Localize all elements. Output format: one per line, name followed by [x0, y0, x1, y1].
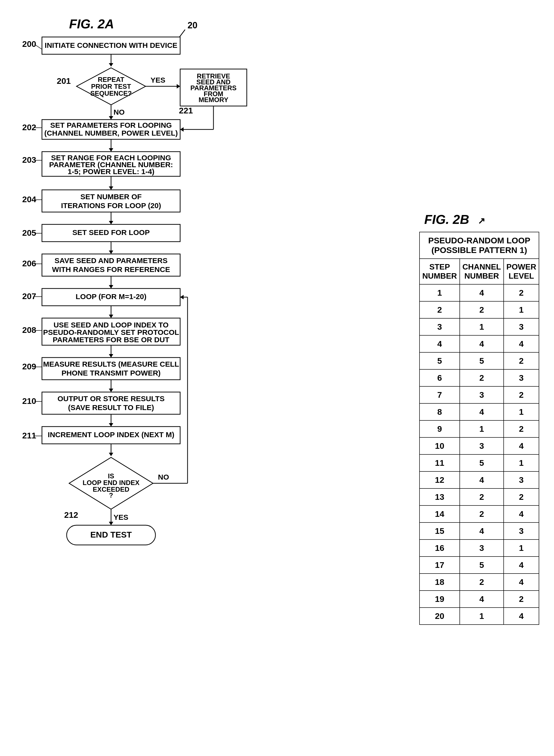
table-row: 912 — [420, 421, 539, 437]
svg-text:207: 207 — [22, 292, 36, 301]
svg-text:1-5; POWER LEVEL: 1-4): 1-5; POWER LEVEL: 1-4) — [68, 168, 155, 176]
fig2b-area: FIG. 2B ↗ PSEUDO-RANDOM LOOP(POSSIBLE PA… — [419, 106, 539, 625]
svg-text:SET SEED FOR LOOP: SET SEED FOR LOOP — [72, 228, 150, 237]
svg-text:USE SEED AND LOOP INDEX TO: USE SEED AND LOOP INDEX TO — [54, 321, 169, 329]
svg-text:SEQUENCE?: SEQUENCE? — [90, 90, 132, 97]
flowchart-svg: FIG. 2A 20 200 INITIATE CONNECTION WITH … — [15, 15, 286, 742]
table-row: 1543 — [420, 522, 539, 540]
table-row: 623 — [420, 369, 539, 386]
svg-text:204: 204 — [22, 195, 36, 204]
table-row: 1824 — [420, 573, 539, 590]
svg-text:211: 211 — [22, 431, 36, 440]
svg-text:FIG. 2A: FIG. 2A — [69, 17, 114, 31]
table-row: 1243 — [420, 471, 539, 489]
svg-text:?: ? — [109, 492, 113, 499]
svg-text:206: 206 — [22, 259, 36, 268]
svg-text:209: 209 — [22, 362, 36, 371]
svg-text:LOOP (FOR M=1-20): LOOP (FOR M=1-20) — [76, 293, 147, 301]
svg-text:ITERATIONS FOR LOOP (20): ITERATIONS FOR LOOP (20) — [61, 201, 161, 209]
table-row: 841 — [420, 403, 539, 421]
table-row: 732 — [420, 386, 539, 403]
svg-marker-57 — [109, 251, 113, 254]
svg-text:SET PARAMETERS FOR LOOPING: SET PARAMETERS FOR LOOPING — [50, 121, 172, 129]
svg-text:INITIATE CONNECTION WITH DEVIC: INITIATE CONNECTION WITH DEVICE — [45, 41, 177, 49]
svg-text:(SAVE RESULT TO FILE): (SAVE RESULT TO FILE) — [68, 403, 154, 412]
table-row: 1942 — [420, 590, 539, 608]
svg-marker-15 — [177, 84, 180, 88]
svg-text:PARAMETERS FOR BSE OR DUT: PARAMETERS FOR BSE OR DUT — [53, 335, 170, 344]
col-header-channel: CHANNELNUMBER — [460, 259, 504, 284]
svg-text:(CHANNEL NUMBER, POWER LEVEL): (CHANNEL NUMBER, POWER LEVEL) — [44, 129, 178, 137]
svg-text:201: 201 — [57, 76, 71, 85]
table-row: 1424 — [420, 505, 539, 522]
table-row: 1034 — [420, 437, 539, 454]
table-row: 552 — [420, 352, 539, 369]
svg-marker-64 — [109, 285, 113, 289]
svg-text:OUTPUT OR STORE RESULTS: OUTPUT OR STORE RESULTS — [57, 394, 165, 403]
svg-marker-70 — [109, 315, 113, 318]
table-main-header: PSEUDO-RANDOM LOOP(POSSIBLE PATTERN 1) — [420, 232, 539, 259]
svg-text:208: 208 — [22, 325, 36, 334]
svg-text:20: 20 — [187, 20, 198, 30]
svg-text:NO: NO — [158, 473, 169, 481]
table-row: 2014 — [420, 608, 539, 625]
svg-text:SAVE SEED AND PARAMETERS: SAVE SEED AND PARAMETERS — [55, 256, 168, 265]
table-row: 444 — [420, 335, 539, 352]
svg-text:221: 221 — [179, 106, 193, 115]
svg-text:PHONE TRANSMIT POWER): PHONE TRANSMIT POWER) — [61, 369, 161, 377]
svg-text:END TEST: END TEST — [90, 530, 132, 539]
table-row: 1754 — [420, 557, 539, 573]
svg-text:205: 205 — [22, 228, 36, 238]
svg-marker-25 — [109, 116, 113, 120]
svg-marker-92 — [109, 423, 113, 427]
svg-marker-78 — [109, 354, 113, 358]
fig2b-ref-arrow: ↗ — [478, 216, 485, 226]
svg-text:IS: IS — [108, 472, 114, 480]
svg-marker-8 — [109, 63, 113, 67]
svg-text:202: 202 — [22, 123, 36, 132]
svg-text:NO: NO — [113, 108, 125, 116]
table-row: 1631 — [420, 540, 539, 557]
page: FIG. 2A 20 200 INITIATE CONNECTION WITH … — [0, 0, 554, 756]
svg-text:SET NUMBER OF: SET NUMBER OF — [80, 193, 142, 201]
table-row: 142 — [420, 284, 539, 301]
svg-text:LOOP END INDEX: LOOP END INDEX — [83, 479, 140, 487]
svg-text:212: 212 — [64, 510, 78, 519]
table-row: 221 — [420, 301, 539, 318]
svg-marker-98 — [109, 453, 113, 456]
table-row: 313 — [420, 318, 539, 335]
col-header-step: STEPNUMBER — [420, 259, 459, 284]
svg-text:YES: YES — [151, 76, 165, 84]
svg-text:210: 210 — [22, 396, 36, 405]
svg-text:MEASURE RESULTS (MEASURE CELL: MEASURE RESULTS (MEASURE CELL — [43, 360, 179, 368]
svg-text:INCREMENT LOOP INDEX (NEXT M): INCREMENT LOOP INDEX (NEXT M) — [48, 431, 174, 439]
svg-text:MEMORY: MEMORY — [199, 96, 228, 104]
svg-text:REPEAT: REPEAT — [98, 76, 124, 83]
svg-text:203: 203 — [22, 155, 36, 165]
fig2b-title: FIG. 2B — [424, 212, 469, 227]
svg-text:YES: YES — [113, 513, 128, 521]
svg-marker-111 — [109, 522, 113, 525]
svg-marker-34 — [180, 127, 183, 132]
svg-text:200: 200 — [22, 39, 36, 49]
svg-marker-109 — [180, 295, 183, 299]
svg-marker-44 — [109, 186, 113, 190]
svg-text:PSEUDO-RANDOMLY SET PROTOCOL: PSEUDO-RANDOMLY SET PROTOCOL — [43, 328, 179, 336]
col-header-power: POWERLEVEL — [504, 259, 539, 284]
svg-marker-85 — [109, 389, 113, 392]
table-row: 1151 — [420, 454, 539, 471]
svg-marker-36 — [109, 148, 113, 152]
table-row: 1322 — [420, 489, 539, 505]
data-table: PSEUDO-RANDOM LOOP(POSSIBLE PATTERN 1) S… — [419, 232, 539, 625]
svg-text:PRIOR TEST: PRIOR TEST — [91, 83, 131, 90]
svg-text:WITH RANGES FOR REFERENCE: WITH RANGES FOR REFERENCE — [52, 265, 170, 273]
svg-marker-51 — [109, 221, 113, 225]
